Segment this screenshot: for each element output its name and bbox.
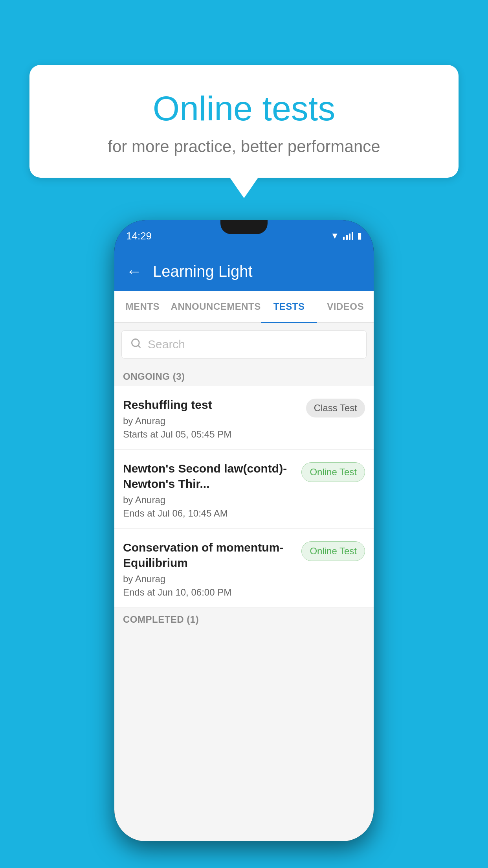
svg-line-1 [138,345,140,347]
phone-frame: 14:29 ▼ ▮ ← Learning Light MENTS [114,220,374,841]
test-info: Reshuffling test by Anurag Starts at Jul… [123,397,300,440]
test-badge: Online Test [301,462,365,482]
wifi-icon: ▼ [330,231,339,241]
test-list: Reshuffling test by Anurag Starts at Jul… [114,386,374,608]
back-button[interactable]: ← [126,263,142,280]
test-name: Reshuffling test [123,397,300,412]
test-author: by Anurag [123,416,300,427]
bubble-subtitle: for more practice, better performance [53,137,435,156]
tabs-bar: MENTS ANNOUNCEMENTS TESTS VIDEOS [114,291,374,323]
test-name: Newton's Second law(contd)-Newton's Thir… [123,461,295,491]
tab-announcements[interactable]: ANNOUNCEMENTS [171,291,261,322]
test-author: by Anurag [123,495,295,506]
battery-icon: ▮ [357,231,362,241]
test-item[interactable]: Newton's Second law(contd)-Newton's Thir… [114,450,374,529]
status-bar: 14:29 ▼ ▮ [114,220,374,252]
tab-tests[interactable]: TESTS [261,291,317,322]
search-bar[interactable]: Search [121,330,367,359]
search-placeholder: Search [148,338,185,351]
notch-cutout [220,220,268,234]
tab-videos[interactable]: VIDEOS [317,291,374,322]
test-time: Ends at Jun 10, 06:00 PM [123,587,295,598]
test-author: by Anurag [123,574,295,585]
test-info: Newton's Second law(contd)-Newton's Thir… [123,461,295,519]
signal-icon [343,232,353,240]
speech-bubble: Online tests for more practice, better p… [29,65,459,178]
tab-ments[interactable]: MENTS [114,291,171,322]
phone-screen: MENTS ANNOUNCEMENTS TESTS VIDEOS Search … [114,291,374,841]
search-icon [130,338,141,351]
test-item[interactable]: Reshuffling test by Anurag Starts at Jul… [114,386,374,450]
ongoing-section-label: ONGOING (3) [114,366,374,386]
app-title: Learning Light [153,263,253,280]
test-name: Conservation of momentum-Equilibrium [123,540,295,570]
test-info: Conservation of momentum-Equilibrium by … [123,540,295,598]
app-header: ← Learning Light [114,252,374,291]
status-time: 14:29 [126,230,152,242]
status-icons: ▼ ▮ [330,231,362,241]
bubble-title: Online tests [53,88,435,129]
test-badge: Class Test [306,399,365,417]
test-time: Starts at Jul 05, 05:45 PM [123,429,300,440]
completed-section-label: COMPLETED (1) [114,608,374,629]
test-item[interactable]: Conservation of momentum-Equilibrium by … [114,529,374,608]
test-time: Ends at Jul 06, 10:45 AM [123,508,295,519]
test-badge: Online Test [301,541,365,561]
